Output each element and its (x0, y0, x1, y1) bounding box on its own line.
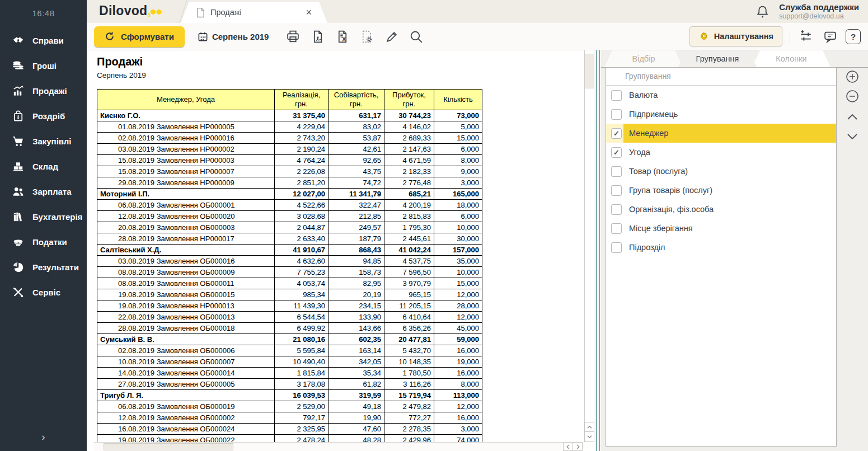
search-icon[interactable] (408, 29, 424, 44)
tab-prodazhi[interactable]: Продажі × (181, 2, 327, 23)
grouping-item[interactable]: Місце зберігання (606, 219, 836, 238)
generate-button[interactable]: Сформувати (94, 26, 185, 47)
sidebar-item-rozdrib[interactable]: Роздріб (0, 104, 87, 129)
sidebar-item-sklad[interactable]: Склад (0, 154, 87, 179)
report-detail-row[interactable]: 16.08.2019 Замовлення ОБ0000242 325,9547… (97, 424, 482, 435)
sidebar-item-spravy[interactable]: Справи (0, 28, 87, 53)
report-detail-row[interactable]: 19.08.2019 Замовлення НР00001311 439,302… (97, 300, 482, 312)
report-group-row[interactable]: Сумський В. В.21 080,16602,3520 477,8159… (97, 334, 482, 345)
checkbox-unchecked-icon[interactable] (611, 223, 622, 234)
scroll-right-button[interactable] (573, 442, 583, 451)
report-detail-row[interactable]: 15.08.2019 Замовлення НР0000034 764,2492… (97, 155, 482, 166)
pdf-export-icon[interactable] (309, 29, 325, 44)
sidebar-item-hroshi[interactable]: Гроші (0, 53, 87, 78)
tab-close-icon[interactable]: × (306, 7, 312, 17)
sliders-icon[interactable] (797, 28, 814, 45)
report-detail-row[interactable]: 12.08.2019 Замовлення ОБ000002792,1719,9… (97, 412, 482, 424)
panel-tab-kolonky[interactable]: Колонки (752, 50, 831, 67)
report-group-row[interactable]: Моторний І.П.12 027,0011 341,79685,21165… (97, 189, 482, 200)
support-text[interactable]: Служба поддержки support@delovod.ua (779, 2, 859, 21)
sidebar-item-prodazhi[interactable]: Продажі (0, 78, 87, 104)
sidebar-item-servis[interactable]: Сервіс (0, 280, 87, 305)
chat-icon[interactable] (822, 28, 838, 45)
settings-button[interactable]: Налаштування (689, 26, 782, 46)
checkbox-unchecked-icon[interactable] (611, 204, 622, 215)
toolbar-icons: X (285, 29, 424, 44)
generate-label: Сформувати (121, 32, 174, 41)
sidebar-item-buhgalteriya[interactable]: Бухгалтерія (0, 204, 87, 229)
checkbox-unchecked-icon[interactable] (611, 109, 622, 120)
report-detail-row[interactable]: 22.08.2019 Замовлення ОБ0000136 544,5413… (97, 312, 482, 323)
scroll-up-button[interactable] (584, 422, 594, 432)
period-picker[interactable]: Серпень 2019 (198, 31, 269, 42)
remove-grouping-icon[interactable] (845, 88, 860, 104)
report-group-row[interactable]: Салтівський Х.Д.41 910,67868,4341 042,24… (97, 245, 482, 256)
horizontal-scroll-thumb[interactable] (104, 443, 233, 450)
report-detail-row[interactable]: 19.08.2019 Замовлення ОБ0000222 478,2448… (97, 435, 482, 443)
shopping-bag-icon (12, 110, 25, 123)
report-detail-row[interactable]: 14.08.2019 Замовлення ОБ0000141 815,8435… (97, 368, 482, 379)
panel-splitter[interactable] (595, 50, 601, 451)
checkbox-unchecked-icon[interactable] (611, 242, 622, 253)
scroll-left-button[interactable] (563, 442, 573, 451)
add-grouping-icon[interactable] (845, 69, 860, 84)
report-detail-row[interactable]: 03.08.2019 Замовлення НР0000022 190,2442… (97, 144, 482, 155)
edit-pencil-icon[interactable] (383, 29, 399, 44)
sidebar-item-rezultaty[interactable]: Результати (0, 255, 87, 280)
report-detail-row[interactable]: 06.08.2019 Замовлення ОБ0000192 529,0049… (97, 401, 482, 412)
checkbox-checked-icon[interactable]: ✓ (611, 147, 622, 158)
report-detail-row[interactable]: 08.08.2019 Замовлення ОБ0000097 755,2315… (97, 267, 482, 278)
report-detail-row[interactable]: 27.08.2019 Замовлення ОБ0000053 178,0861… (97, 379, 482, 390)
panel-tab-grupuvannya[interactable]: Групування (678, 50, 757, 67)
move-up-icon[interactable] (845, 109, 860, 124)
scroll-down-button[interactable] (584, 431, 594, 441)
panel-tab-vidbir[interactable]: Відбір (604, 50, 683, 67)
report-detail-row[interactable]: 19.08.2019 Замовлення ОБ000015985,3420,1… (97, 289, 482, 300)
vertical-scroll-thumb[interactable] (584, 54, 594, 88)
report-detail-row[interactable]: 03.08.2019 Замовлення ОБ0000164 632,6094… (97, 256, 482, 267)
checkbox-unchecked-icon[interactable] (611, 90, 622, 101)
sidebar-item-podatky[interactable]: Податки (0, 229, 87, 255)
checkbox-checked-icon[interactable]: ✓ (611, 128, 622, 139)
report-detail-row[interactable]: 08.08.2019 Замовлення ОБ0000114 053,7482… (97, 278, 482, 289)
report-settings-icon[interactable] (359, 29, 374, 44)
tools-icon (12, 286, 25, 299)
grouping-item[interactable]: Валюта (606, 86, 836, 105)
handshake-icon (12, 34, 25, 47)
checkbox-unchecked-icon[interactable] (611, 185, 622, 196)
report-detail-row[interactable]: 15.08.2019 Замовлення НР0000072 226,0843… (97, 166, 482, 177)
help-icon[interactable]: ? (846, 29, 861, 44)
sidebar-item-zakupivli[interactable]: Закупівлі (0, 129, 87, 154)
grouping-item[interactable]: Товар (послуга) (606, 162, 836, 181)
report-detail-row[interactable]: 01.08.2019 Замовлення НР0000054 229,0483… (97, 121, 482, 133)
report-detail-row[interactable]: 02.08.2019 Замовлення НР0000162 743,2053… (97, 133, 482, 144)
print-icon[interactable] (285, 29, 301, 44)
sidebar-item-zarplata[interactable]: Зарплата (0, 179, 87, 204)
report-detail-row[interactable]: 28.08.2019 Замовлення ОБ0000186 499,9214… (97, 323, 482, 334)
grouping-item[interactable]: Організація, фіз.особа (606, 200, 836, 219)
sidebar-item-label: Бухгалтерія (32, 212, 82, 222)
report-detail-row[interactable]: 12.08.2019 Замовлення ОБ0000203 028,6821… (97, 211, 482, 222)
excel-export-icon[interactable]: X (334, 29, 350, 44)
report-detail-row[interactable]: 20.08.2019 Замовлення ОБ0000032 044,8724… (97, 222, 482, 233)
grouping-item[interactable]: Група товарів (послуг) (606, 181, 836, 200)
report-detail-row[interactable]: 06.08.2019 Замовлення ОБ0000014 522,6632… (97, 200, 482, 211)
report-horizontal-scrollbar[interactable] (94, 442, 563, 451)
report-detail-row[interactable]: 29.08.2019 Замовлення НР0000092 851,2074… (97, 177, 482, 189)
report-group-row[interactable]: Києнко Г.О.31 375,40631,1730 744,2373,00… (97, 110, 482, 121)
sidebar-expand-chevron-icon[interactable]: › (0, 431, 87, 443)
grouping-item[interactable]: ✓Менеджер (606, 124, 836, 143)
report-table-body: Києнко Г.О.31 375,40631,1730 744,2373,00… (97, 110, 482, 443)
report-vertical-scrollbar[interactable] (584, 50, 594, 442)
report-detail-row[interactable]: 02.08.2019 Замовлення ОБ0000065 595,8416… (97, 345, 482, 356)
report-detail-row[interactable]: 28.08.2019 Замовлення НР0000172 633,4018… (97, 233, 482, 245)
move-down-icon[interactable] (845, 129, 860, 144)
report-detail-row[interactable]: 10.08.2019 Замовлення ОБ00000710 490,403… (97, 356, 482, 368)
grouping-item[interactable]: ✓Угода (606, 143, 836, 162)
report-subtitle: Серпень 2019 (97, 71, 584, 79)
notifications-bell-icon[interactable] (754, 3, 771, 20)
report-group-row[interactable]: Тригуб Л. Я.16 039,53319,5915 719,94113,… (97, 390, 482, 401)
checkbox-unchecked-icon[interactable] (611, 166, 622, 177)
grouping-item[interactable]: Підприємець (606, 105, 836, 124)
grouping-item[interactable]: Підрозділ (606, 238, 836, 257)
